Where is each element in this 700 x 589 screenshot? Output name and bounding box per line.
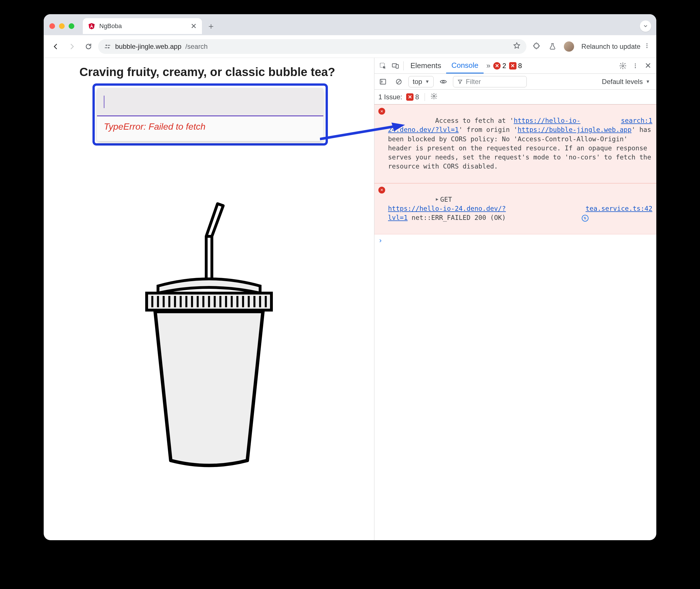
svg-marker-11	[392, 123, 405, 131]
error-count: 2	[502, 62, 506, 70]
console-error-entry[interactable]: ✕ tea.service.ts:42 ⇅ ▸GET https://hello…	[375, 183, 656, 235]
error-icon: ✕	[493, 62, 501, 69]
close-tab-icon[interactable]: ✕	[191, 22, 197, 30]
relaunch-button[interactable]: Relaunch to update	[578, 42, 651, 50]
svg-point-39	[635, 65, 636, 66]
svg-point-5	[108, 47, 109, 48]
svg-point-46	[433, 95, 435, 97]
log-text: ' from origin '	[459, 126, 518, 133]
console-toolbar: top ▼ Filter Default levels ▼	[375, 74, 656, 90]
annotation-arrow-icon	[320, 123, 405, 145]
console-sidebar-toggle-icon[interactable]	[377, 75, 389, 88]
rendered-page: Craving fruity, creamy, or classic bubbl…	[44, 58, 374, 540]
labs-icon[interactable]	[546, 40, 559, 53]
divider	[403, 61, 404, 70]
execution-context-selector[interactable]: top ▼	[409, 76, 434, 87]
devtools-kebab-icon[interactable]	[629, 59, 642, 72]
filter-placeholder: Filter	[466, 78, 481, 86]
address-bar[interactable]: bubble-jingle.web.app/search	[98, 39, 526, 54]
issue-count-badge[interactable]: ✕ 8	[509, 62, 522, 70]
chevron-down-icon: ▼	[425, 79, 429, 84]
log-text: net::ERR_FAILED 200 (OK)	[408, 214, 506, 221]
svg-line-10	[320, 127, 394, 139]
error-message: TypeError: Failed to fetch	[97, 116, 323, 141]
browser-window: NgBoba ✕ ＋ bubble-jingle.web.app/search …	[44, 14, 656, 540]
boba-cup-illustration	[44, 199, 374, 472]
tabs-dropdown-button[interactable]	[640, 20, 651, 32]
svg-point-8	[646, 45, 648, 46]
minimize-window-button[interactable]	[59, 23, 65, 29]
content-split: Craving fruity, creamy, or classic bubbl…	[44, 58, 656, 540]
inspect-element-icon[interactable]	[377, 59, 389, 72]
new-tab-button[interactable]: ＋	[204, 19, 218, 33]
svg-line-44	[397, 80, 401, 83]
tab-title: NgBoba	[99, 22, 122, 30]
svg-point-40	[635, 67, 636, 68]
issues-badge[interactable]: ✕ 8	[406, 93, 419, 101]
devtools-settings-icon[interactable]	[617, 59, 629, 72]
extensions-icon[interactable]	[529, 40, 543, 53]
tab-strip: NgBoba ✕ ＋	[44, 14, 656, 35]
svg-point-38	[635, 63, 636, 64]
close-window-button[interactable]	[49, 23, 55, 29]
kebab-menu-icon[interactable]	[644, 42, 650, 50]
log-text: Access to fetch at '	[435, 117, 514, 124]
devtools-close-icon[interactable]: ✕	[642, 59, 654, 72]
console-filter-input[interactable]: Filter	[453, 76, 527, 87]
url-host: bubble-jingle.web.app	[115, 42, 182, 50]
site-settings-icon[interactable]	[104, 43, 111, 50]
divider	[425, 93, 425, 101]
levels-label: Default levels	[602, 78, 643, 86]
svg-point-7	[646, 43, 648, 44]
source-link[interactable]: tea.service.ts:42	[586, 205, 652, 212]
devtools-panel: Elements Console » ✕ 2 ✕ 8 ✕	[374, 58, 656, 540]
filter-icon	[457, 79, 463, 84]
issues-settings-icon[interactable]	[431, 93, 437, 101]
svg-point-45	[442, 80, 444, 82]
log-levels-selector[interactable]: Default levels ▼	[598, 76, 654, 87]
browser-toolbar: bubble-jingle.web.app/search Relaunch to…	[44, 35, 656, 58]
svg-rect-36	[396, 64, 399, 68]
issue-icon: ✕	[406, 93, 414, 101]
page-heading: Craving fruity, creamy, or classic bubbl…	[44, 61, 374, 83]
live-expression-icon[interactable]	[437, 75, 450, 88]
issues-count: 8	[415, 93, 419, 101]
log-link[interactable]: https://bubble-jingle.web.app	[518, 126, 632, 133]
error-glyph-icon: ✕	[378, 187, 385, 194]
context-label: top	[413, 78, 422, 86]
bookmark-star-icon[interactable]	[513, 42, 521, 51]
error-count-badge[interactable]: ✕ 2	[493, 62, 506, 70]
disclosure-triangle-icon[interactable]: ▸	[435, 194, 439, 203]
issues-label: 1 Issue:	[378, 93, 402, 101]
svg-rect-6	[105, 47, 107, 48]
issue-count: 8	[518, 62, 522, 70]
sourcemap-icon[interactable]: ⇅	[582, 215, 589, 222]
tab-console[interactable]: Console	[446, 58, 483, 73]
source-link[interactable]: search:1	[621, 116, 652, 125]
svg-point-37	[622, 65, 624, 67]
svg-rect-4	[107, 45, 110, 45]
device-toolbar-icon[interactable]	[389, 59, 402, 72]
console-prompt[interactable]: ›	[375, 234, 656, 247]
clear-console-icon[interactable]	[393, 75, 405, 88]
browser-tab[interactable]: NgBoba ✕	[83, 18, 202, 34]
tab-elements[interactable]: Elements	[405, 58, 446, 73]
annotation-highlight: TypeError: Failed to fetch	[92, 83, 328, 146]
more-tabs-icon[interactable]: »	[484, 61, 493, 70]
svg-point-9	[646, 47, 648, 48]
text-caret-icon	[104, 95, 104, 108]
angular-favicon-icon	[88, 22, 95, 30]
chevron-down-icon: ▼	[646, 79, 650, 84]
chevron-down-icon	[643, 24, 648, 29]
http-method: GET	[440, 196, 452, 203]
svg-point-3	[105, 44, 107, 46]
forward-button[interactable]	[65, 40, 79, 53]
issue-icon: ✕	[509, 62, 516, 69]
issues-bar: 1 Issue: ✕ 8	[375, 90, 656, 105]
console-error-entry[interactable]: ✕ search:1Access to fetch at 'https://he…	[375, 105, 656, 183]
search-input[interactable]	[97, 88, 323, 116]
back-button[interactable]	[49, 40, 62, 53]
zoom-window-button[interactable]	[69, 23, 74, 29]
profile-avatar[interactable]	[562, 40, 576, 53]
reload-button[interactable]	[82, 40, 95, 53]
